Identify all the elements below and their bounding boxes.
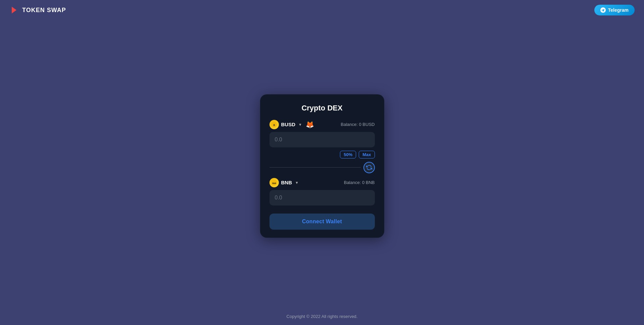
connect-wallet-button[interactable]: Connect Wallet bbox=[269, 214, 375, 230]
to-token-header: BNB BNB ▼ Balance: 0 BNB bbox=[269, 178, 375, 187]
to-token-name: BNB bbox=[281, 180, 292, 185]
from-token-input[interactable] bbox=[269, 132, 375, 147]
from-token-header: B BUSD ▼ 🦊 Balance: 0 BUSD bbox=[269, 120, 375, 129]
copyright-text: Copyright © 2022 All rights reserved. bbox=[287, 314, 358, 319]
telegram-icon bbox=[600, 7, 606, 13]
main-content: Crypto DEX B BUSD ▼ 🦊 Balance: 0 BUSD bbox=[0, 7, 644, 325]
telegram-label: Telegram bbox=[608, 7, 629, 13]
from-token-selector[interactable]: B BUSD ▼ 🦊 bbox=[269, 120, 314, 129]
logo-icon bbox=[9, 5, 19, 15]
from-token-chevron: ▼ bbox=[298, 123, 302, 127]
from-token-section: B BUSD ▼ 🦊 Balance: 0 BUSD bbox=[269, 120, 375, 147]
to-token-input[interactable] bbox=[269, 190, 375, 205]
to-token-balance: Balance: 0 BNB bbox=[344, 180, 375, 185]
swap-rotate-button[interactable] bbox=[363, 162, 375, 173]
to-token-section: BNB BNB ▼ Balance: 0 BNB bbox=[269, 178, 375, 205]
divider-row bbox=[269, 162, 375, 173]
swap-card: Crypto DEX B BUSD ▼ 🦊 Balance: 0 BUSD bbox=[260, 94, 384, 238]
logo-area: TOKEN SWAP bbox=[9, 5, 66, 15]
card-title: Crypto DEX bbox=[269, 104, 375, 112]
header: TOKEN SWAP Telegram bbox=[0, 0, 644, 20]
percent-row: 50% Max bbox=[269, 151, 375, 158]
svg-marker-0 bbox=[12, 7, 16, 13]
50-percent-button[interactable]: 50% bbox=[340, 151, 356, 158]
from-token-balance: Balance: 0 BUSD bbox=[341, 122, 375, 127]
footer: Copyright © 2022 All rights reserved. bbox=[0, 314, 644, 319]
rotate-icon bbox=[366, 165, 372, 171]
max-button[interactable]: Max bbox=[359, 151, 375, 158]
svg-text:BNB: BNB bbox=[272, 182, 276, 184]
to-token-chevron: ▼ bbox=[295, 181, 299, 185]
svg-text:B: B bbox=[273, 124, 275, 126]
busd-icon: B bbox=[269, 120, 279, 129]
logo-text: TOKEN SWAP bbox=[22, 7, 66, 14]
divider-line bbox=[269, 167, 361, 168]
from-token-name: BUSD bbox=[281, 122, 296, 127]
metamask-icon: 🦊 bbox=[306, 121, 314, 129]
telegram-button[interactable]: Telegram bbox=[594, 5, 635, 15]
to-token-selector[interactable]: BNB BNB ▼ bbox=[269, 178, 299, 187]
bnb-icon: BNB bbox=[269, 178, 279, 187]
